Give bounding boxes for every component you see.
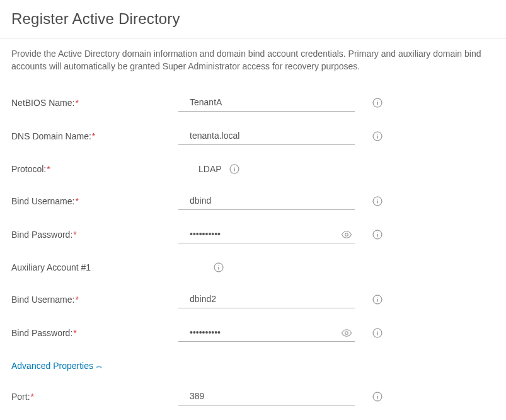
- label-port: Port:*: [11, 392, 178, 402]
- required-marker: *: [73, 230, 76, 240]
- svg-point-20: [377, 297, 377, 298]
- svg-point-17: [218, 265, 219, 265]
- row-dns: DNS Domain Name:*: [11, 128, 495, 145]
- info-icon[interactable]: [372, 392, 382, 402]
- bind-pass-1-input[interactable]: [178, 226, 355, 243]
- label-dns: DNS Domain Name:*: [11, 131, 178, 141]
- info-icon[interactable]: [372, 131, 382, 141]
- row-netbios: NetBIOS Name:*: [11, 95, 495, 112]
- svg-point-7: [234, 166, 234, 167]
- info-icon[interactable]: [372, 98, 382, 108]
- info-icon[interactable]: [372, 196, 382, 206]
- info-icon[interactable]: [372, 295, 382, 305]
- label-bind-pass-2: Bind Password:*: [11, 328, 178, 338]
- eye-icon[interactable]: [341, 327, 352, 339]
- info-icon[interactable]: [372, 328, 382, 338]
- label-netbios: NetBIOS Name:*: [11, 98, 178, 108]
- info-icon[interactable]: [229, 164, 239, 174]
- port-input[interactable]: [178, 388, 355, 405]
- dns-input[interactable]: [178, 128, 355, 145]
- label-bind-pass-1-text: Bind Password:: [11, 230, 72, 240]
- row-protocol: Protocol:* LDAP: [11, 161, 495, 177]
- row-bind-pass-1: Bind Password:*: [11, 226, 495, 243]
- label-protocol: Protocol:*: [11, 164, 178, 174]
- row-bind-user-2: Bind Username:*: [11, 291, 495, 308]
- bind-pass-2-input[interactable]: [178, 325, 355, 342]
- label-bind-user-1-text: Bind Username:: [11, 196, 74, 206]
- svg-point-1: [377, 100, 377, 101]
- label-netbios-text: NetBIOS Name:: [11, 98, 74, 108]
- bind-user-1-input[interactable]: [178, 193, 355, 210]
- required-marker: *: [73, 328, 76, 338]
- info-icon[interactable]: [372, 230, 382, 240]
- label-aux-account-text: Auxiliary Account #1: [11, 262, 91, 272]
- advanced-properties-toggle[interactable]: Advanced Properties ︽: [11, 361, 101, 371]
- info-icon[interactable]: [214, 262, 224, 272]
- required-marker: *: [92, 131, 95, 141]
- protocol-value: LDAP: [178, 164, 239, 174]
- label-bind-user-2: Bind Username:*: [11, 295, 178, 305]
- eye-icon[interactable]: [341, 229, 352, 240]
- label-bind-user-1: Bind Username:*: [11, 196, 178, 206]
- divider: [0, 38, 506, 38]
- svg-point-14: [377, 232, 377, 233]
- svg-point-27: [377, 394, 377, 395]
- svg-point-24: [377, 330, 377, 331]
- chevron-up-icon: ︽: [96, 361, 101, 370]
- required-marker: *: [47, 164, 50, 174]
- label-bind-pass-1: Bind Password:*: [11, 230, 178, 240]
- row-port: Port:*: [11, 388, 495, 405]
- label-dns-text: DNS Domain Name:: [11, 131, 91, 141]
- page-title: Register Active Directory: [11, 10, 495, 28]
- required-marker: *: [75, 98, 78, 108]
- bind-user-2-input[interactable]: [178, 291, 355, 308]
- label-port-text: Port:: [11, 392, 30, 402]
- row-bind-user-1: Bind Username:*: [11, 193, 495, 210]
- svg-point-22: [345, 332, 348, 335]
- label-aux-account: Auxiliary Account #1: [11, 262, 178, 272]
- label-protocol-text: Protocol:: [11, 164, 46, 174]
- row-bind-pass-2: Bind Password:*: [11, 325, 495, 342]
- required-marker: *: [75, 196, 78, 206]
- required-marker: *: [75, 295, 78, 305]
- row-aux-account: Auxiliary Account #1: [11, 260, 495, 275]
- description-text: Provide the Active Directory domain info…: [11, 47, 495, 73]
- svg-point-12: [345, 233, 348, 236]
- svg-point-4: [377, 134, 377, 134]
- svg-point-10: [377, 199, 377, 199]
- advanced-properties-label: Advanced Properties: [11, 361, 93, 371]
- label-bind-pass-2-text: Bind Password:: [11, 328, 72, 338]
- label-bind-user-2-text: Bind Username:: [11, 295, 74, 305]
- required-marker: *: [31, 392, 34, 402]
- protocol-text: LDAP: [198, 164, 222, 174]
- netbios-input[interactable]: [178, 95, 355, 112]
